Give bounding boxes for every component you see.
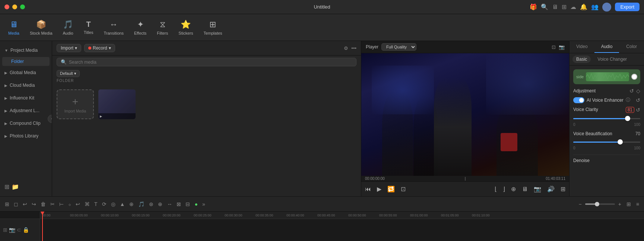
gift-icon[interactable]: 🎁 <box>530 3 537 10</box>
play-button[interactable]: ▶ <box>375 184 383 194</box>
playhead[interactable] <box>42 212 43 241</box>
voice-beautification-slider[interactable] <box>573 139 640 145</box>
import-button[interactable]: Import ▾ <box>57 44 81 52</box>
tl-delete-button[interactable]: 🗑 <box>39 200 48 208</box>
tl-more-button[interactable]: » <box>200 200 207 208</box>
tl-layout-button[interactable]: ⊞ <box>3 200 11 208</box>
tl-composite-button[interactable]: ⊠ <box>175 200 183 208</box>
more-ctrl-button[interactable]: ⊞ <box>559 184 567 194</box>
split-view-icon[interactable]: ⊡ <box>552 44 556 50</box>
go-to-start-button[interactable]: ⏮ <box>364 184 372 194</box>
insert-button[interactable]: ⊕ <box>510 184 517 194</box>
panel-toggle-button[interactable]: ≡ <box>634 200 641 208</box>
toolbar-item-media[interactable]: 🖥 Media <box>3 18 25 38</box>
track-v1-lock[interactable]: 🔒 <box>23 227 29 233</box>
tl-link-button[interactable]: ⊕ <box>156 200 164 208</box>
track-v1-icon[interactable]: ⊞ <box>3 227 7 233</box>
tl-undo-button[interactable]: ↩ <box>21 200 29 208</box>
folder-button[interactable]: 📁 <box>12 183 19 190</box>
tl-audio-detect-button[interactable]: ▲ <box>118 200 127 208</box>
toolbar-item-transitions[interactable]: ↔ Transitions <box>99 18 129 38</box>
sidebar-section-cloud-media[interactable]: ▶ Cloud Media <box>0 79 52 92</box>
slider-thumb[interactable] <box>625 116 630 121</box>
audio-track-card[interactable]: side <box>573 69 640 84</box>
import-media-card[interactable]: + Import Media <box>57 89 94 119</box>
add-folder-button[interactable]: ⊞ <box>4 183 9 190</box>
toolbar-item-stock-media[interactable]: 📦 Stock Media <box>25 18 58 38</box>
tl-marker-button[interactable]: ⬦ <box>66 200 73 208</box>
tab-color[interactable]: Color <box>619 41 644 53</box>
sidebar-section-project-media[interactable]: ▼ Project Media <box>0 44 52 57</box>
tl-redo-button[interactable]: ↪ <box>30 200 38 208</box>
tab-video[interactable]: Video <box>570 41 594 53</box>
search-icon[interactable]: 🔍 <box>541 3 548 10</box>
track-v1-merge[interactable]: ⊂ <box>17 227 21 233</box>
toolbar-item-titles[interactable]: T Titles <box>79 18 99 37</box>
toolbar-item-templates[interactable]: ⊞ Templates <box>198 18 227 38</box>
tl-text-button[interactable]: T <box>92 200 99 208</box>
snapshot-icon[interactable]: 📷 <box>559 44 565 50</box>
track-v1-camera[interactable]: 📷 <box>9 227 15 233</box>
voice-clarity-reset-icon[interactable]: ↺ <box>636 107 640 113</box>
zoom-in-button[interactable]: + <box>616 200 623 208</box>
tl-split-button[interactable]: ⌘ <box>83 200 92 208</box>
tl-select-button[interactable]: ◻ <box>12 200 20 208</box>
subtab-basic[interactable]: Basic <box>572 56 591 63</box>
toolbar-item-filters[interactable]: ⧖ Filters <box>152 18 173 38</box>
slider-thumb-2[interactable] <box>618 139 623 145</box>
tl-record-button[interactable]: ● <box>193 200 199 208</box>
sidebar-section-influence-kit[interactable]: ▶ Influence Kit <box>0 92 52 104</box>
monitor-icon[interactable]: 🖥 <box>552 4 558 10</box>
loop-button[interactable]: 🔁 <box>386 184 396 194</box>
tl-snap-button[interactable]: ↩ <box>74 200 82 208</box>
filter-icon[interactable]: ⚙ <box>344 45 348 51</box>
zoom-out-button[interactable]: − <box>577 200 583 208</box>
quality-select[interactable]: Full Quality <box>381 43 416 51</box>
sidebar-section-compound-clip[interactable]: ▶ Compound Clip <box>0 117 52 130</box>
close-button[interactable] <box>4 4 9 9</box>
users-icon[interactable]: 👥 <box>591 3 599 10</box>
tab-audio[interactable]: Audio <box>594 41 619 53</box>
snapshot-ctrl-button[interactable]: 📷 <box>532 184 543 194</box>
reset-icon[interactable]: ↺ <box>629 88 634 94</box>
waveform-knob[interactable] <box>631 74 637 80</box>
fullscreen-button[interactable] <box>20 4 25 9</box>
tl-ai-button[interactable]: ⊛ <box>147 200 155 208</box>
toolbar-item-audio[interactable]: 🎵 Audio <box>58 18 79 38</box>
adjustment-icon[interactable]: ◇ <box>636 88 640 94</box>
toolbar-item-stickers[interactable]: ⭐ Stickers <box>173 18 198 38</box>
media-thumbnail[interactable]: ▶ <box>98 89 136 119</box>
voice-clarity-slider[interactable] <box>573 115 640 122</box>
tl-trim-button[interactable]: ⊢ <box>57 200 66 208</box>
ai-reset-icon[interactable]: ↺ <box>636 97 640 103</box>
layout-toggle-button[interactable]: ⊞ <box>625 200 633 208</box>
default-filter-button[interactable]: Default ▾ <box>57 70 80 77</box>
export-button[interactable]: Export <box>615 3 640 11</box>
more-options-icon[interactable]: ••• <box>351 45 356 51</box>
tl-color-button[interactable]: 🎵 <box>136 200 146 208</box>
tl-speed-button[interactable]: ⊕ <box>127 200 136 208</box>
sidebar-section-adjustment[interactable]: ▶ Adjustment L... <box>0 104 52 117</box>
subtab-voice-changer[interactable]: Voice Changer <box>594 56 631 63</box>
tl-rotate-button[interactable]: ⟳ <box>100 200 108 208</box>
zoom-slider[interactable] <box>585 203 615 205</box>
volume-button[interactable]: 🔊 <box>546 184 556 194</box>
in-point-button[interactable]: ⌊ <box>493 184 498 194</box>
sidebar-section-global-media[interactable]: ▶ Global Media <box>0 66 52 79</box>
tl-freeze-button[interactable]: ⊟ <box>184 200 192 208</box>
record-button[interactable]: Record ▾ <box>84 44 115 52</box>
out-point-button[interactable]: ⌋ <box>501 184 507 194</box>
ai-voice-enhancer-toggle[interactable] <box>573 97 584 103</box>
toolbar-item-effects[interactable]: ✦ Effects <box>129 18 152 38</box>
avatar[interactable] <box>602 3 611 12</box>
grid-icon[interactable]: ⊞ <box>562 3 567 10</box>
search-input[interactable] <box>69 60 352 65</box>
minimize-button[interactable] <box>12 4 17 9</box>
sidebar-item-folder[interactable]: Folder <box>2 57 50 66</box>
sidebar-section-photos-library[interactable]: ▶ Photos Library <box>0 130 52 142</box>
tl-detect-button[interactable]: ◎ <box>109 200 117 208</box>
tl-crop-button[interactable]: ↔ <box>165 200 174 208</box>
info-icon[interactable]: ⓘ <box>626 97 630 103</box>
add-to-timeline-button[interactable]: 🖥 <box>520 184 529 194</box>
cloud-icon[interactable]: ☁ <box>570 3 576 10</box>
